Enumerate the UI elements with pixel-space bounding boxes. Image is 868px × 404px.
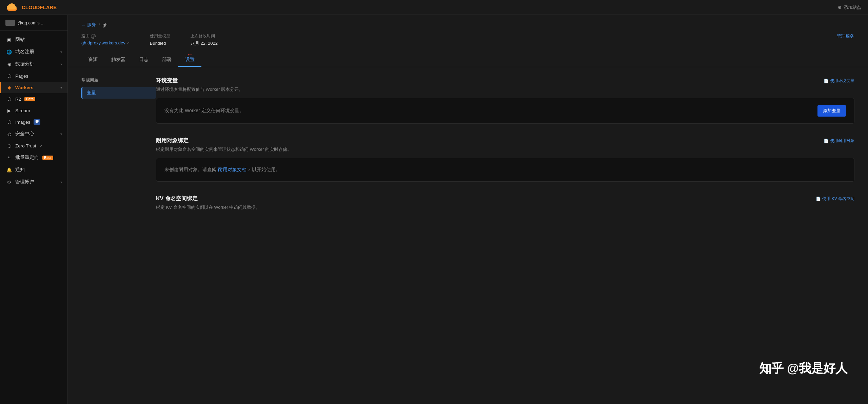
sidebar-item-stream[interactable]: ▶ Stream xyxy=(0,105,67,116)
content-panels: 环境变量 📄 使用环境变量 通过环境变量将配置值与 Worker 脚本分开。 没… xyxy=(156,77,854,394)
stream-icon: ▶ xyxy=(6,108,12,113)
breadcrumb-separator: / xyxy=(99,22,100,27)
kv-bindings-header: KV 命名空间绑定 📄 使用 KV 命名空间 xyxy=(156,195,854,202)
chevron-icon: ▾ xyxy=(60,180,62,184)
last-modified-group: 上次修改时间 八月 22, 2022 xyxy=(191,33,218,46)
cloudflare-logo xyxy=(7,3,19,12)
new-badge: 新 xyxy=(34,119,40,125)
notifications-label: 通知 xyxy=(15,167,25,173)
route-ext-icon: ↗ xyxy=(127,41,130,45)
usage-model-group: 使用量模型 Bundled xyxy=(150,33,170,46)
tab-triggers[interactable]: 触发器 xyxy=(104,53,132,67)
add-variable-button[interactable]: 添加变量 xyxy=(817,105,846,117)
account-switcher[interactable]: @qq.com's ... xyxy=(0,15,67,31)
tab-logs[interactable]: 日志 xyxy=(132,53,155,67)
content-area: ← 服务 / gh 路由 ⓘ gh.dproxy.workers.dev ↗ xyxy=(68,15,868,404)
r2-label: R2 xyxy=(15,97,21,102)
domain-icon: 🌐 xyxy=(6,49,12,55)
kv-bindings-link[interactable]: 📄 使用 KV 命名空间 xyxy=(816,196,854,202)
sidebar-item-domain-reg[interactable]: 🌐 域名注册 ▾ xyxy=(0,46,67,58)
route-value[interactable]: gh.dproxy.workers.dev ↗ xyxy=(81,40,130,45)
content-left-sidebar: 常规问题 变量 xyxy=(81,77,156,394)
chevron-icon: ▾ xyxy=(60,86,62,89)
env-vars-title: 环境变量 xyxy=(156,77,178,84)
beta-badge: Beta xyxy=(42,156,53,160)
topbar: CLOUDFLARE ⊕ 添加站点 xyxy=(0,0,868,15)
cloudflare-wordmark: CLOUDFLARE xyxy=(22,4,57,10)
chevron-icon: ▾ xyxy=(60,132,62,136)
sidebar-item-security[interactable]: ◎ 安全中心 ▾ xyxy=(0,128,67,140)
route-label: 路由 ⓘ xyxy=(81,33,130,39)
route-info-icon[interactable]: ⓘ xyxy=(91,34,96,39)
zero-trust-icon: ⬡ xyxy=(6,143,12,148)
pages-icon: ⬡ xyxy=(6,73,12,79)
breadcrumb-back[interactable]: ← 服务 xyxy=(81,22,96,28)
sidebar: @qq.com's ... ▣ 网站 🌐 域名注册 ▾ ◉ 数据分析 ▾ ⬡ P… xyxy=(0,15,68,404)
sidebar-section-title: 常规问题 xyxy=(81,77,156,83)
ext-link-icon: ↗ xyxy=(248,168,251,172)
chevron-icon: ▾ xyxy=(60,50,62,54)
sidebar-item-analytics[interactable]: ◉ 数据分析 ▾ xyxy=(0,58,67,70)
zero-trust-label: Zero Trust xyxy=(15,143,36,148)
sidebar-item-images[interactable]: ⬡ Images 新 xyxy=(0,116,67,128)
websites-label: 网站 xyxy=(15,37,25,43)
back-arrow-icon: ← xyxy=(81,22,86,27)
tab-settings[interactable]: 设置 xyxy=(178,53,201,67)
notifications-icon: 🔔 xyxy=(6,167,12,173)
sidebar-item-bulk-redirect[interactable]: ⤷ 批量重定向 Beta xyxy=(0,152,67,164)
tab-deployments[interactable]: 部署 xyxy=(155,53,178,67)
env-vars-link[interactable]: 📄 使用环境变量 xyxy=(824,78,854,84)
r2-icon: ⬡ xyxy=(6,96,12,102)
kv-bindings-desc: 绑定 KV 命名空间的实例以在 Worker 中访问其数据。 xyxy=(156,204,854,210)
analytics-label: 数据分析 xyxy=(15,61,34,67)
manage-service-button[interactable]: 管理服务 xyxy=(837,33,854,39)
sidebar-item-notifications[interactable]: 🔔 通知 xyxy=(0,164,67,176)
breadcrumb-back-label: 服务 xyxy=(87,22,96,28)
add-site-button[interactable]: ⊕ 添加站点 xyxy=(838,4,861,11)
last-modified-label: 上次修改时间 xyxy=(191,33,218,39)
external-link-icon: ↗ xyxy=(40,144,42,148)
kv-bindings-section: KV 命名空间绑定 📄 使用 KV 命名空间 绑定 KV 命名空间的实例以在 W… xyxy=(156,195,854,216)
usage-model-value: Bundled xyxy=(150,41,166,46)
add-site-label: 添加站点 xyxy=(844,4,861,11)
sidebar-nav: ▣ 网站 🌐 域名注册 ▾ ◉ 数据分析 ▾ ⬡ Pages ◈ Workers… xyxy=(0,31,67,404)
sidebar-item-zero-trust[interactable]: ⬡ Zero Trust ↗ xyxy=(0,140,67,152)
manage-account-icon: ⚙ xyxy=(6,179,12,185)
chevron-icon: ▾ xyxy=(60,62,62,66)
stream-label: Stream xyxy=(15,108,30,113)
workers-icon: ◈ xyxy=(6,85,12,90)
images-icon: ⬡ xyxy=(6,119,12,125)
doc-icon: 📄 xyxy=(824,139,829,143)
durable-objects-title: 耐用对象绑定 xyxy=(156,137,189,144)
sidebar-item-pages[interactable]: ⬡ Pages xyxy=(0,70,67,82)
workers-label: Workers xyxy=(15,85,34,90)
security-label: 安全中心 xyxy=(15,131,34,137)
bulk-redirect-icon: ⤷ xyxy=(6,155,12,160)
usage-model-label: 使用量模型 xyxy=(150,33,170,39)
sidebar-item-manage-account[interactable]: ⚙ 管理帐户 ▾ xyxy=(0,176,67,188)
content-body: 常规问题 变量 环境变量 📄 使用环境变量 通过环境变量将配置值与 Worker… xyxy=(68,67,868,404)
pages-label: Pages xyxy=(15,74,28,79)
durable-objects-header: 耐用对象绑定 📄 使用耐用对象 xyxy=(156,137,854,144)
durable-objects-empty-msg: 未创建耐用对象。请查阅 耐用对象文档 ↗ 以开始使用。 xyxy=(164,167,280,173)
account-avatar xyxy=(5,20,15,26)
main-layout: @qq.com's ... ▣ 网站 🌐 域名注册 ▾ ◉ 数据分析 ▾ ⬡ P… xyxy=(0,15,868,404)
sidebar-menu-variables[interactable]: 变量 xyxy=(81,87,156,99)
tabs-container: 资源 触发器 日志 部署 设置 xyxy=(81,53,854,67)
doc-icon: 📄 xyxy=(824,79,829,83)
service-meta: 路由 ⓘ gh.dproxy.workers.dev ↗ 使用量模型 Bundl… xyxy=(81,33,854,46)
analytics-icon: ◉ xyxy=(6,61,12,67)
durable-objects-doc-link[interactable]: 耐用对象文档 ↗ xyxy=(218,167,252,172)
bulk-redirect-label: 批量重定向 xyxy=(15,155,39,161)
durable-objects-link[interactable]: 📄 使用耐用对象 xyxy=(824,138,854,144)
env-vars-desc: 通过环境变量将配置值与 Worker 脚本分开。 xyxy=(156,86,854,93)
sidebar-item-workers[interactable]: ◈ Workers ▾ xyxy=(0,82,67,93)
env-vars-empty-msg: 没有为此 Worker 定义任何环境变量。 xyxy=(164,108,244,114)
security-icon: ◎ xyxy=(6,131,12,137)
content-header: ← 服务 / gh 路由 ⓘ gh.dproxy.workers.dev ↗ xyxy=(68,15,868,67)
sidebar-item-r2[interactable]: ⬡ R2 Beta xyxy=(0,93,67,105)
tab-resources[interactable]: 资源 xyxy=(81,53,104,67)
env-vars-header: 环境变量 📄 使用环境变量 xyxy=(156,77,854,84)
doc-icon: 📄 xyxy=(816,197,821,201)
sidebar-item-websites[interactable]: ▣ 网站 xyxy=(0,34,67,46)
